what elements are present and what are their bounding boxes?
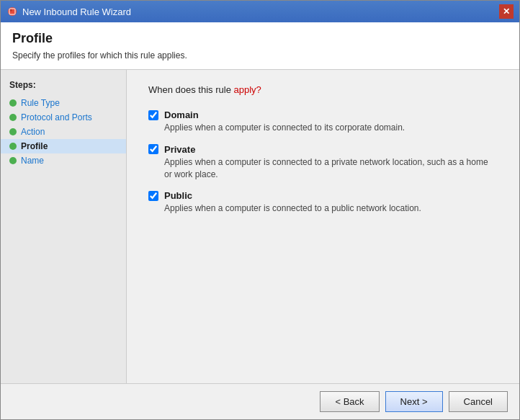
sidebar-item-label-profile: Profile [21, 141, 48, 151]
sidebar-item-protocol-ports[interactable]: Protocol and Ports [1, 110, 126, 125]
titlebar-left: New Inbound Rule Wizard [6, 6, 131, 17]
sidebar-item-action[interactable]: Action [1, 125, 126, 139]
cancel-button[interactable]: Cancel [449, 391, 508, 412]
checkbox-domain[interactable] [148, 110, 158, 120]
option-group: Domain Applies when a computer is connec… [148, 110, 498, 215]
sidebar-item-label-name: Name [21, 156, 44, 166]
window-title: New Inbound Rule Wizard [22, 6, 131, 17]
main-panel: When does this rule apply? Domain Applie… [127, 70, 519, 383]
back-button[interactable]: < Back [320, 391, 379, 412]
page-subtitle: Specify the profiles for which this rule… [12, 50, 508, 61]
step-dot-action [9, 128, 17, 135]
titlebar: New Inbound Rule Wizard ✕ [1, 1, 519, 22]
page-title: Profile [12, 31, 508, 46]
option-desc-domain: Applies when a computer is connected to … [164, 122, 498, 134]
option-label-private: Private [164, 144, 195, 155]
option-header-private: Private [148, 144, 498, 155]
next-button[interactable]: Next > [385, 391, 443, 412]
content-area: Steps: Rule Type Protocol and Ports Acti… [1, 70, 519, 383]
header-section: Profile Specify the profiles for which t… [1, 22, 519, 70]
checkbox-private[interactable] [148, 144, 158, 154]
step-dot-protocol-ports [9, 114, 17, 121]
question-text: When does this rule apply? [148, 84, 498, 95]
app-icon [6, 6, 18, 17]
sidebar-item-label-action: Action [21, 127, 45, 137]
option-label-public: Public [164, 190, 192, 201]
option-header-public: Public [148, 190, 498, 201]
steps-label: Steps: [1, 77, 126, 96]
option-item-private: Private Applies when a computer is conne… [148, 144, 498, 181]
step-dot-rule-type [9, 99, 17, 107]
question-highlight: apply? [234, 84, 261, 95]
option-item-domain: Domain Applies when a computer is connec… [148, 110, 498, 134]
step-dot-profile [9, 143, 17, 150]
footer: < Back Next > Cancel [1, 383, 519, 419]
option-label-domain: Domain [164, 110, 199, 120]
option-desc-public: Applies when a computer is connected to … [164, 202, 498, 215]
sidebar-item-label-rule-type: Rule Type [21, 98, 60, 108]
option-header-domain: Domain [148, 110, 498, 120]
checkbox-public[interactable] [148, 191, 158, 201]
step-dot-name [9, 157, 17, 164]
wizard-window: New Inbound Rule Wizard ✕ Profile Specif… [0, 0, 520, 420]
option-desc-private: Applies when a computer is connected to … [164, 156, 498, 181]
option-item-public: Public Applies when a computer is connec… [148, 190, 498, 215]
close-button[interactable]: ✕ [499, 4, 514, 19]
sidebar-item-name[interactable]: Name [1, 153, 126, 168]
sidebar-item-label-protocol-ports: Protocol and Ports [21, 112, 92, 122]
sidebar-item-profile[interactable]: Profile [1, 139, 126, 153]
sidebar: Steps: Rule Type Protocol and Ports Acti… [1, 70, 127, 383]
sidebar-item-rule-type[interactable]: Rule Type [1, 96, 126, 110]
